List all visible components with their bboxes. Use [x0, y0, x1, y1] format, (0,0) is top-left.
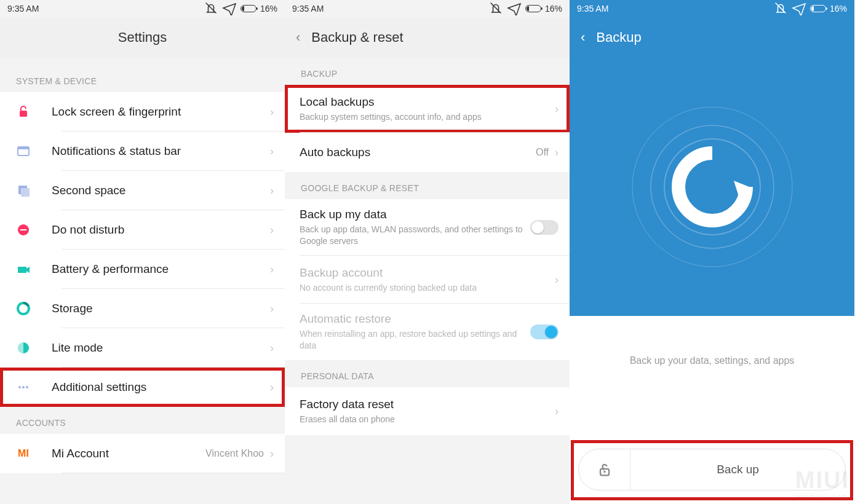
header: ‹ Backup: [570, 17, 854, 58]
row-dnd[interactable]: Do not disturb ›: [0, 210, 285, 250]
row-sub: Backup system settings, account info, an…: [300, 111, 555, 123]
battery-text: 16%: [260, 4, 277, 14]
row-storage[interactable]: Storage ›: [0, 289, 285, 328]
back-button[interactable]: ‹: [296, 30, 300, 45]
camera-icon: [16, 262, 31, 277]
svg-rect-7: [18, 267, 26, 273]
row-label: Mi Account: [52, 447, 205, 460]
backup-caption: Back up your data, settings, and apps: [570, 316, 854, 366]
section-google: GOOGLE BACKUP & RESET: [285, 172, 570, 199]
airplane-icon: [792, 1, 806, 17]
airplane-icon: [222, 1, 237, 17]
mi-logo-icon: MI: [16, 446, 31, 461]
row-battery[interactable]: Battery & performance ›: [0, 250, 285, 289]
svg-point-12: [26, 386, 28, 388]
screen-settings: 9:35 AM 16% Settings SYSTEM & DEVICE Loc…: [0, 0, 285, 504]
chevron-right-icon: ›: [270, 302, 274, 315]
row-label: Lock screen & fingerprint: [52, 105, 270, 119]
status-bar-icon: [16, 144, 31, 159]
chevron-right-icon: ›: [270, 342, 274, 355]
row-lite-mode[interactable]: Lite mode ›: [0, 328, 285, 368]
row-label: Lite mode: [52, 341, 270, 355]
row-label: Notifications & status bar: [52, 144, 270, 158]
row-label: Second space: [52, 184, 270, 197]
battery-icon: [525, 5, 541, 12]
row-notifications[interactable]: Notifications & status bar ›: [0, 132, 285, 171]
screen-backup: 9:35 AM 16% ‹ Backup Back up your data, …: [570, 0, 854, 504]
row-second-space[interactable]: Second space ›: [0, 171, 285, 210]
row-auto-backups[interactable]: Auto backups Off ›: [285, 133, 570, 172]
svg-point-10: [18, 386, 21, 388]
chevron-right-icon: ›: [555, 274, 559, 286]
lock-icon: [16, 104, 31, 119]
chevron-right-icon: ›: [555, 146, 559, 159]
row-sub: Back up app data, WLAN passwords, and ot…: [300, 224, 530, 247]
row-automatic-restore[interactable]: Automatic restore When reinstalling an a…: [285, 304, 570, 360]
status-time: 9:35 AM: [292, 4, 324, 14]
battery-text: 16%: [545, 4, 562, 14]
section-personal-data: PERSONAL DATA: [285, 360, 570, 387]
chevron-right-icon: ›: [555, 405, 559, 418]
svg-rect-6: [20, 229, 26, 230]
row-label: Local backups: [300, 95, 555, 109]
row-additional-settings[interactable]: Additional settings ›: [0, 368, 285, 407]
section-system-device: SYSTEM & DEVICE: [0, 65, 285, 92]
header: Settings: [0, 17, 285, 58]
row-label: Storage: [52, 302, 270, 315]
dnd-icon: [16, 222, 31, 237]
battery-icon: [241, 5, 256, 12]
row-label: Backup account: [300, 266, 555, 280]
more-icon: [16, 380, 31, 395]
row-label: Automatic restore: [300, 312, 530, 326]
page-title: Settings: [118, 30, 167, 45]
row-backup-account[interactable]: Backup account No account is currently s…: [285, 256, 570, 304]
svg-rect-4: [21, 188, 30, 197]
back-button[interactable]: ‹: [581, 30, 585, 45]
alarm-off-icon: [488, 1, 503, 17]
row-sub: When reinstalling an app, restore backed…: [300, 328, 530, 352]
second-space-icon: [16, 183, 31, 198]
row-lock-screen[interactable]: Lock screen & fingerprint ›: [0, 92, 285, 132]
row-value: Vincent Khoo: [205, 448, 264, 459]
row-mi-account[interactable]: MI Mi Account Vincent Khoo ›: [0, 434, 285, 473]
svg-point-17: [603, 471, 606, 473]
chevron-right-icon: ›: [270, 381, 274, 394]
status-time: 9:35 AM: [577, 4, 608, 14]
svg-rect-0: [20, 111, 27, 117]
backup-ring-icon: [620, 95, 805, 279]
chevron-right-icon: ›: [270, 263, 274, 276]
row-label: Auto backups: [300, 146, 536, 159]
row-label: Battery & performance: [52, 262, 270, 276]
section-backup: BACKUP: [285, 58, 570, 85]
chevron-right-icon: ›: [270, 184, 274, 197]
row-label: Back up my data: [300, 208, 530, 221]
lite-mode-icon: [16, 341, 31, 355]
row-label: Do not disturb: [52, 223, 270, 237]
row-backup-my-data[interactable]: Back up my data Back up app data, WLAN p…: [285, 199, 570, 256]
alarm-off-icon: [204, 1, 218, 17]
svg-point-13: [632, 107, 792, 267]
chevron-right-icon: ›: [270, 106, 274, 119]
svg-point-11: [22, 386, 25, 388]
row-sub: No account is currently storing backed u…: [300, 282, 555, 294]
toggle-automatic-restore[interactable]: [530, 325, 559, 339]
chevron-right-icon: ›: [555, 103, 559, 116]
toggle-backup-my-data[interactable]: [530, 220, 559, 235]
airplane-icon: [507, 1, 522, 17]
status-bar: 9:35 AM 16%: [0, 0, 285, 17]
unlock-icon: [596, 461, 613, 478]
header: ‹ Backup & reset: [285, 17, 570, 58]
chevron-right-icon: ›: [270, 224, 274, 237]
lock-toggle-button[interactable]: [579, 449, 630, 490]
row-factory-reset[interactable]: Factory data reset Erases all data on ph…: [285, 387, 570, 435]
section-accounts: ACCOUNTS: [0, 407, 285, 434]
row-value: Off: [536, 147, 549, 158]
status-time: 9:35 AM: [7, 4, 39, 14]
status-bar: 9:35 AM 16%: [285, 0, 570, 17]
backup-hero: [570, 58, 854, 316]
row-sub: Erases all data on phone: [300, 414, 555, 425]
alarm-off-icon: [773, 1, 788, 17]
page-title: Backup & reset: [311, 30, 403, 45]
page-title: Backup: [596, 30, 641, 45]
row-local-backups[interactable]: Local backups Backup system settings, ac…: [285, 85, 570, 133]
